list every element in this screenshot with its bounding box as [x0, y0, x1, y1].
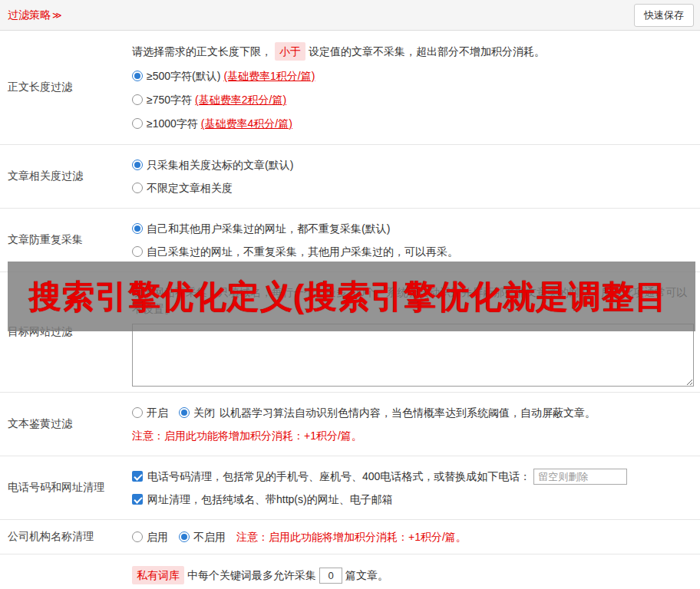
private-lexicon-badge: 私有词库 [132, 566, 184, 584]
porn-desc: 以机器学习算法自动识别色情内容，当色情概率达到系统阈值，自动屏蔽文章。 [220, 404, 596, 421]
radio-icon[interactable] [132, 183, 143, 193]
row-phone-url-cleanup: 电话号码和网址清理 电话号码清理，包括常见的手机号、座机号、400电话格式，或替… [0, 456, 700, 520]
radio-icon[interactable] [132, 118, 143, 129]
dedup-option-own[interactable]: 自己采集过的网址，不重复采集，其他用户采集过的，可以再采。 [132, 243, 694, 260]
radio-icon[interactable] [132, 94, 143, 105]
radio-icon[interactable] [132, 71, 143, 81]
relevance-option-default[interactable]: 只采集相关度达标的文章(默认) [132, 156, 694, 173]
fee-note-link[interactable]: (基础费率2积分/篇) [195, 91, 286, 108]
blocked-domains-textarea[interactable] [132, 324, 694, 387]
row-company-name-cleanup: 公司机构名称清理 启用 不启用 注意：启用此功能将增加积分消耗：+1积分/篇。 [0, 520, 700, 554]
radio-icon[interactable] [179, 407, 190, 418]
length-intro: 请选择需求的正文长度下限，小于设定值的文章不采集，超出部分不增加积分消耗。 [132, 42, 694, 61]
row-keyword-dedup: 关键词防重复采集 私有词库 中每个关键词最多允许采集 篇文章。 如果留空或设为0… [0, 554, 700, 589]
row-label: 正文长度过滤 [0, 31, 132, 144]
page-title-text: 过滤策略 [8, 8, 51, 21]
radio-icon[interactable] [132, 531, 143, 542]
top-bar: 过滤策略≫ 快速保存 [0, 0, 700, 31]
length-option-750[interactable]: ≥750字符 (基础费率2积分/篇) [132, 91, 694, 108]
less-than-highlight: 小于 [275, 42, 305, 61]
fee-note-link[interactable]: (基础费率1积分/篇) [223, 67, 315, 84]
porn-cost-note: 注意：启用此功能将增加积分消耗：+1积分/篇。 [132, 427, 694, 444]
replacement-phone-input[interactable] [533, 469, 627, 485]
row-label: 文章相关度过滤 [0, 145, 132, 208]
overlay-banner: 搜索引擎优化定义(搜索引擎优化就是调整目 [8, 262, 695, 331]
row-label: 公司机构名称清理 [0, 520, 132, 554]
checkbox-icon[interactable] [132, 494, 143, 505]
url-cleanup-label: 网址清理，包括纯域名、带http(s)的网址、电子邮箱 [147, 491, 393, 508]
fee-note-link[interactable]: (基础费率4积分/篇) [201, 115, 292, 132]
company-off-label[interactable]: 不启用 [193, 528, 226, 545]
row-body-length-filter: 正文长度过滤 请选择需求的正文长度下限，小于设定值的文章不采集，超出部分不增加积… [0, 31, 700, 145]
company-on-label[interactable]: 启用 [147, 528, 168, 545]
page-title[interactable]: 过滤策略≫ [8, 8, 62, 22]
max-articles-input[interactable] [319, 568, 342, 584]
length-option-500[interactable]: ≥500字符(默认) (基础费率1积分/篇) [132, 67, 694, 84]
length-option-1000[interactable]: ≥1000字符 (基础费率4积分/篇) [132, 115, 694, 132]
row-relevance-filter: 文章相关度过滤 只采集相关度达标的文章(默认) 不限定文章相关度 [0, 145, 700, 209]
radio-icon[interactable] [179, 531, 190, 542]
relevance-option-any[interactable]: 不限定文章相关度 [132, 179, 694, 196]
checkbox-icon[interactable] [132, 471, 143, 482]
phone-cleanup-label: 电话号码清理，包括常见的手机号、座机号、400电话格式，或替换成如下电话： [147, 468, 530, 485]
radio-icon[interactable] [132, 223, 143, 234]
porn-off-label[interactable]: 关闭 [193, 404, 215, 421]
chevron-down-icon: ≫ [52, 10, 62, 21]
overlay-marquee-text: 搜索引擎优化定义(搜索引擎优化就是调整目 [29, 275, 668, 318]
row-label: 关键词防重复采集 [0, 554, 132, 589]
quick-save-button[interactable]: 快速保存 [634, 4, 694, 27]
row-label: 电话号码和网址清理 [0, 456, 132, 519]
porn-on-label[interactable]: 开启 [147, 404, 168, 421]
row-porn-filter: 文本鉴黄过滤 开启 关闭 以机器学习算法自动识别色情内容，当色情概率达到系统阈值… [0, 393, 700, 456]
row-label: 文本鉴黄过滤 [0, 393, 132, 456]
radio-icon[interactable] [132, 407, 143, 418]
company-cost-note: 注意：启用此功能将增加积分消耗：+1积分/篇。 [236, 528, 467, 545]
dedup-option-all[interactable]: 自己和其他用户采集过的网址，都不重复采集(默认) [132, 220, 694, 237]
radio-icon[interactable] [132, 160, 143, 170]
radio-icon[interactable] [132, 246, 143, 257]
filter-strategy-page: 过滤策略≫ 快速保存 正文长度过滤 请选择需求的正文长度下限，小于设定值的文章不… [0, 0, 700, 589]
